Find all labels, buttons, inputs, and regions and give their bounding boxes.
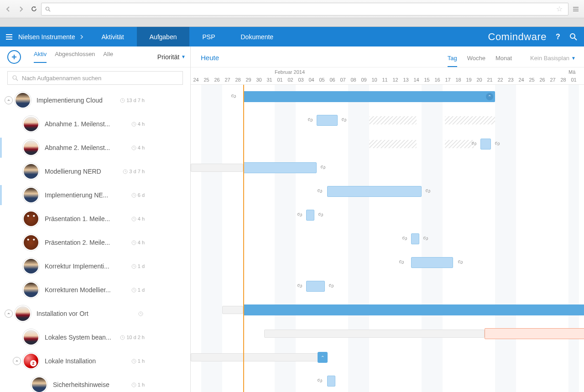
task-duration: 4 h bbox=[131, 121, 145, 127]
task-duration: 1 h bbox=[131, 358, 145, 364]
gantt-body[interactable]: ⌃⌃ bbox=[191, 85, 584, 392]
task-row[interactable]: Implementierung Cloud13 d 7 h bbox=[0, 88, 190, 112]
app-menu-icon[interactable] bbox=[0, 33, 18, 41]
gantt-hatch-bar bbox=[369, 140, 417, 148]
gantt-task-bar[interactable] bbox=[411, 257, 453, 268]
link-icon[interactable] bbox=[297, 283, 303, 289]
collapse-toggle[interactable] bbox=[5, 96, 13, 104]
task-duration: 13 d 7 h bbox=[120, 98, 145, 103]
nav-tab-aufgaben[interactable]: Aufgaben bbox=[137, 27, 190, 46]
app-nav: AktivitätAufgabenPSPDokumente bbox=[89, 27, 287, 46]
today-button[interactable]: Heute bbox=[201, 54, 219, 67]
day-header: 24 bbox=[191, 77, 201, 83]
task-duration: 1 d bbox=[131, 287, 145, 293]
task-row[interactable]: Installation vor Ort bbox=[0, 302, 190, 325]
help-icon[interactable]: ? bbox=[554, 33, 562, 41]
link-icon[interactable] bbox=[328, 283, 334, 289]
link-icon[interactable] bbox=[318, 211, 324, 218]
link-icon[interactable] bbox=[402, 235, 408, 242]
task-row[interactable]: Modellierung NERD3 d 7 h bbox=[0, 160, 190, 183]
task-row[interactable]: Korrektur Implementi...1 d bbox=[0, 254, 190, 278]
gantt-task-bar[interactable] bbox=[327, 186, 422, 197]
link-icon[interactable] bbox=[317, 377, 323, 384]
timeline-header: 2425262728293031010203040506070809101112… bbox=[191, 67, 584, 85]
filter-tab[interactable]: Alle bbox=[103, 51, 113, 63]
task-row[interactable]: Präsentation 2. Meile...4 h bbox=[0, 231, 190, 254]
nav-tab-dokumente[interactable]: Dokumente bbox=[228, 27, 287, 46]
collapse-icon[interactable]: ⌃ bbox=[318, 353, 327, 361]
link-icon[interactable] bbox=[422, 235, 429, 242]
link-icon[interactable] bbox=[317, 188, 323, 194]
day-header: 30 bbox=[254, 77, 264, 83]
browser-tabstrip bbox=[0, 18, 584, 27]
task-duration bbox=[138, 311, 145, 316]
avatar bbox=[23, 163, 39, 180]
gantt-task-bar[interactable] bbox=[480, 139, 491, 150]
avatar bbox=[23, 211, 39, 227]
gantt-task-bar[interactable] bbox=[243, 162, 317, 173]
gantt-row bbox=[191, 322, 584, 346]
task-name: Präsentation 2. Meile... bbox=[45, 239, 110, 246]
chevron-down-icon: ▼ bbox=[571, 56, 576, 61]
link-icon[interactable] bbox=[457, 259, 464, 265]
gantt-task-bar[interactable] bbox=[485, 328, 584, 339]
link-icon[interactable] bbox=[297, 211, 303, 218]
filter-tab[interactable]: Abgeschlossen bbox=[55, 51, 95, 63]
link-icon[interactable] bbox=[320, 164, 326, 170]
link-icon[interactable] bbox=[230, 93, 237, 99]
reload-icon[interactable] bbox=[28, 4, 39, 15]
collapse-icon[interactable]: ⌃ bbox=[486, 93, 493, 100]
task-duration: 4 h bbox=[131, 240, 145, 245]
task-row[interactable]: Präsentation 1. Meile...4 h bbox=[0, 207, 190, 231]
task-row[interactable]: Sicherheitshinweise1 h bbox=[0, 373, 190, 392]
view-tab[interactable]: Woche bbox=[467, 55, 485, 67]
nav-tab-aktivität[interactable]: Aktivität bbox=[89, 27, 137, 46]
svg-point-3 bbox=[13, 76, 16, 79]
task-row[interactable]: Abnahme 2. Meilenst...4 h bbox=[0, 136, 190, 160]
add-task-button[interactable] bbox=[7, 50, 21, 64]
forward-icon[interactable] bbox=[16, 4, 26, 15]
link-icon[interactable] bbox=[307, 117, 313, 123]
link-icon[interactable] bbox=[398, 259, 405, 265]
link-icon[interactable] bbox=[471, 140, 477, 147]
gantt-group-bar[interactable]: ⌃ bbox=[243, 91, 495, 102]
gantt-row bbox=[191, 180, 584, 203]
gantt-group-bar[interactable]: ⌃ bbox=[318, 352, 328, 363]
baseline-dropdown[interactable]: Kein Basisplan ▼ bbox=[530, 55, 576, 67]
filter-tabs: AktivAbgeschlossenAlle bbox=[34, 51, 113, 63]
task-row[interactable]: Abnahme 1. Meilenst...4 h bbox=[0, 112, 190, 136]
task-row[interactable]: Implementierung NE...6 d bbox=[0, 183, 190, 207]
link-icon[interactable] bbox=[425, 188, 431, 194]
link-icon[interactable] bbox=[494, 140, 501, 147]
browser-menu-icon[interactable] bbox=[570, 4, 581, 15]
gantt-task-bar[interactable] bbox=[411, 233, 419, 244]
search-icon[interactable] bbox=[569, 33, 578, 41]
star-icon[interactable]: ☆ bbox=[556, 5, 563, 13]
view-tab[interactable]: Monat bbox=[495, 55, 512, 67]
view-tab[interactable]: Tag bbox=[448, 55, 457, 67]
link-icon[interactable] bbox=[341, 117, 347, 123]
back-icon[interactable] bbox=[3, 4, 14, 15]
filter-tab[interactable]: Aktiv bbox=[34, 51, 47, 63]
gantt-task-bar[interactable] bbox=[306, 210, 314, 221]
task-row[interactable]: Lokale Installation1 h bbox=[0, 349, 190, 373]
breadcrumb[interactable]: Nielsen Instrumente bbox=[18, 33, 89, 41]
gantt-group-bar[interactable] bbox=[243, 304, 584, 315]
collapse-toggle[interactable] bbox=[5, 309, 13, 318]
task-row[interactable]: Lokales System bean...10 d 2 h bbox=[0, 325, 190, 349]
gantt-task-bar[interactable] bbox=[317, 115, 338, 126]
svg-text:?: ? bbox=[556, 33, 560, 41]
collapse-toggle bbox=[13, 167, 21, 175]
avatar bbox=[23, 353, 39, 369]
search-input[interactable]: Nach Aufgabennamen suchen bbox=[7, 71, 183, 85]
gantt-row bbox=[191, 298, 584, 322]
task-row[interactable]: Korrekturen Modellier...1 d bbox=[0, 278, 190, 302]
nav-tab-psp[interactable]: PSP bbox=[189, 27, 228, 46]
url-bar[interactable]: ☆ bbox=[41, 3, 568, 15]
gantt-task-bar[interactable] bbox=[327, 376, 335, 387]
task-name: Abnahme 1. Meilenst... bbox=[45, 120, 110, 128]
gantt-row: ⌃ bbox=[191, 346, 584, 369]
gantt-task-bar[interactable] bbox=[306, 281, 325, 292]
collapse-toggle[interactable] bbox=[13, 357, 21, 365]
sort-dropdown[interactable]: Priorität ▼ bbox=[157, 53, 186, 61]
